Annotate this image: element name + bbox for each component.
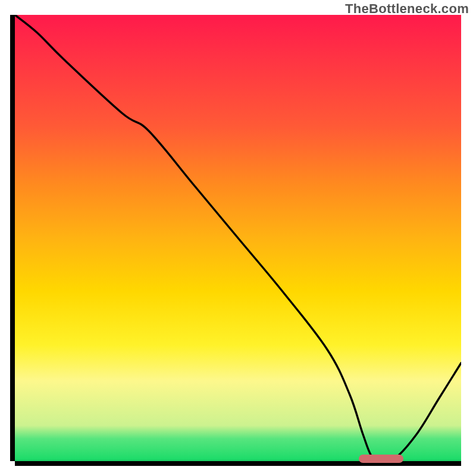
- chart-container: TheBottleneck.com: [0, 0, 476, 476]
- bottleneck-curve: [15, 15, 461, 461]
- curve-svg: [15, 15, 461, 461]
- y-axis: [10, 15, 15, 461]
- optimal-zone-marker: [359, 455, 403, 463]
